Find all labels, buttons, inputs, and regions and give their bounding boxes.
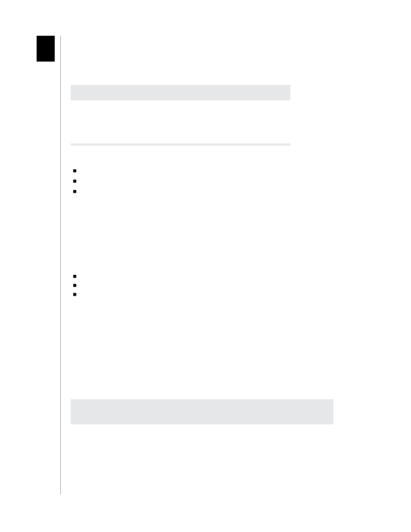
- highlight-band-top: [71, 85, 290, 100]
- bullet-icon: [73, 293, 76, 296]
- highlight-band-bottom: [71, 399, 333, 424]
- section-tab-marker: [37, 36, 55, 62]
- page-content: [71, 40, 372, 424]
- bullet-icon: [73, 190, 76, 193]
- bullet-list-1: [73, 169, 372, 193]
- spacer: [71, 40, 372, 65]
- bullet-icon: [73, 180, 76, 183]
- bullet-list-2: [73, 275, 372, 296]
- vertical-rule: [60, 36, 61, 495]
- bullet-icon: [73, 284, 76, 287]
- horizontal-rule-band: [71, 143, 290, 146]
- document-page: [0, 0, 411, 532]
- bullet-icon: [73, 169, 76, 172]
- bullet-icon: [73, 275, 76, 278]
